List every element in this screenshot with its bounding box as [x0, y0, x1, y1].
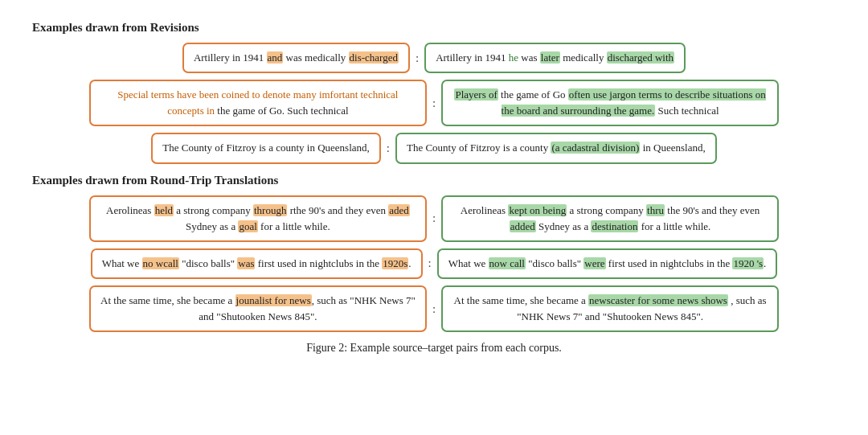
right-box-5: What we now call "disco balls" were firs… [437, 248, 778, 279]
hl-1920s: 1920s [382, 257, 408, 269]
colon-1: : [416, 51, 419, 65]
hl-thru: thru [646, 204, 665, 216]
hl-now-call: now call [489, 257, 526, 269]
hl-goal: goal [238, 220, 257, 232]
pair-row-6: At the same time, she became a jounalist… [32, 285, 836, 332]
hl-destination: destination [591, 220, 638, 232]
hl-1920s-2: 1920 's [732, 257, 764, 269]
caption-text: Figure 2: Example source–target pairs fr… [306, 342, 562, 354]
section-title-revisions: Examples drawn from Revisions [32, 21, 836, 35]
hl-held: held [154, 204, 174, 216]
hl-and: and [267, 51, 284, 64]
hl-discharged-with: discharged with [607, 51, 674, 64]
pair-row-4: Aerolineas held a strong company through… [32, 195, 836, 242]
colon-3: : [387, 142, 390, 155]
hl-newscaster: newscaster for some news shows [588, 294, 728, 306]
hl-was: was [237, 257, 255, 269]
hl-later: later [540, 51, 560, 64]
right-box-6: At the same time, she became a newscaste… [441, 285, 779, 332]
right-box-3: The County of Fitzroy is a county (a cad… [395, 133, 717, 163]
hl-were: were [583, 257, 605, 269]
hl-no-wcall: no wcall [142, 257, 179, 269]
hl-special-terms: Special terms have been coined to denote… [117, 88, 398, 117]
pair-row-1: Artillery in 1941 and was medically dis-… [32, 43, 836, 73]
right-box-1: Artillery in 1941 he was later medically… [424, 43, 686, 73]
hl-often-use: often use jargon terms to describe situa… [502, 88, 766, 117]
left-box-3: The County of Fitzroy is a county in Que… [151, 133, 380, 163]
right-box-4: Aerolineas kept on being a strong compan… [441, 195, 779, 242]
left-box-1: Artillery in 1941 and was medically dis-… [182, 43, 410, 73]
hl-players-of: Players of [454, 88, 497, 101]
left-box-5: What we no wcall "disco balls" was first… [91, 248, 423, 279]
hl-aded: aded [388, 204, 410, 216]
hl-kept-on-being: kept on being [508, 204, 567, 216]
colon-6: : [432, 302, 436, 316]
pair-row-2: Special terms have been coined to denote… [32, 80, 836, 126]
left-box-4: Aerolineas held a strong company through… [89, 195, 427, 242]
hl-journalist: jounalist for news [235, 294, 312, 306]
left-box-6: At the same time, she became a jounalist… [89, 285, 427, 332]
section-roundtrip: Examples drawn from Round-Trip Translati… [32, 174, 836, 333]
right-box-2: Players of the game of Go often use jarg… [441, 80, 779, 126]
hl-cadastral: (a cadastral division) [551, 142, 640, 154]
pair-row-3: The County of Fitzroy is a county in Que… [32, 133, 836, 163]
colon-4: : [432, 211, 436, 225]
section-revisions: Examples drawn from Revisions Artillery … [32, 21, 836, 164]
figure-caption: Figure 2: Example source–target pairs fr… [32, 342, 836, 355]
page-container: Examples drawn from Revisions Artillery … [32, 21, 836, 355]
section-title-roundtrip: Examples drawn from Round-Trip Translati… [32, 174, 836, 187]
hl-discharged: dis-charged [349, 51, 399, 64]
colon-5: : [428, 256, 432, 270]
pair-row-5: What we no wcall "disco balls" was first… [32, 248, 836, 279]
hl-he: he [509, 51, 518, 64]
left-box-2: Special terms have been coined to denote… [89, 80, 427, 126]
hl-through: through [253, 204, 287, 216]
hl-added: added [510, 220, 536, 232]
colon-2: : [432, 96, 436, 110]
